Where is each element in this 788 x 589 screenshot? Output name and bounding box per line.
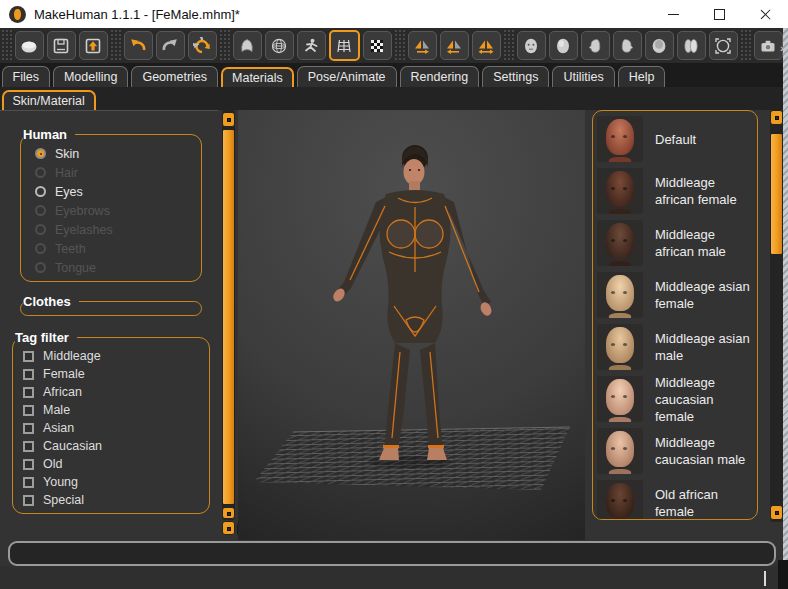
symmetry-left-icon <box>445 37 463 55</box>
tab-rendering[interactable]: Rendering <box>400 66 480 87</box>
checkbox-icon <box>23 351 34 362</box>
pose-button[interactable] <box>297 31 326 60</box>
left-view-button[interactable] <box>581 31 610 60</box>
clothes-group: Clothes <box>20 294 202 316</box>
redo-button[interactable] <box>156 31 185 60</box>
material-label: Middleage african male <box>655 226 753 260</box>
clothes-group-title: Clothes <box>23 294 79 309</box>
toolbar-separator <box>503 29 514 62</box>
materials-scrollbar-up-button[interactable] <box>770 110 783 125</box>
left-scrollbar-up-button[interactable] <box>222 112 235 127</box>
h-scrollbar-left-button[interactable] <box>222 521 235 535</box>
grab-screen-button[interactable] <box>754 31 783 60</box>
load-button[interactable] <box>79 31 108 60</box>
checkbox-middleage[interactable]: Middleage <box>19 347 203 365</box>
tab-help[interactable]: Help <box>618 66 666 87</box>
reset-camera-button[interactable] <box>709 31 738 60</box>
checkbox-icon <box>23 477 34 488</box>
material-item-middleage-african-female[interactable]: Middleage african female <box>597 165 753 217</box>
checkbox-asian[interactable]: Asian <box>19 419 203 437</box>
save-button[interactable] <box>47 31 76 60</box>
materials-scrollbar-down-button[interactable] <box>770 505 783 520</box>
back-view-button[interactable] <box>549 31 578 60</box>
tab-files[interactable]: Files <box>2 66 50 87</box>
viewport-3d[interactable] <box>238 110 585 540</box>
symmetry-left-button[interactable] <box>440 31 469 60</box>
material-item-middleage-caucasian-male[interactable]: Middleage caucasian male <box>597 425 753 477</box>
material-thumbnail <box>597 116 643 162</box>
face-thumbnail-icon <box>606 223 634 259</box>
close-button[interactable] <box>742 0 788 28</box>
checkbox-icon <box>23 459 34 470</box>
top-view-button[interactable] <box>645 31 674 60</box>
close-icon <box>760 9 771 20</box>
material-item-middleage-african-male[interactable]: Middleage african male <box>597 217 753 269</box>
new-mesh-button[interactable] <box>15 31 44 60</box>
bottom-right-corner <box>778 560 788 589</box>
radio-tongue: Tongue <box>27 258 195 277</box>
tab-settings[interactable]: Settings <box>482 66 549 87</box>
symmetry-right-button[interactable] <box>408 31 437 60</box>
background-button[interactable] <box>363 31 392 60</box>
tab-materials[interactable]: Materials <box>221 67 294 87</box>
radio-skin[interactable]: Skin <box>27 144 195 163</box>
toolbar-separator <box>740 29 751 62</box>
checkbox-female[interactable]: Female <box>19 365 203 383</box>
checkbox-label: Asian <box>43 421 74 435</box>
material-thumbnail <box>597 324 643 370</box>
minimize-button[interactable] <box>650 0 696 28</box>
checkbox-icon <box>23 405 34 416</box>
grab-screen-icon <box>759 37 777 55</box>
material-item-middleage-asian-female[interactable]: Middleage asian female <box>597 269 753 321</box>
material-item-default[interactable]: Default <box>597 113 753 165</box>
checkbox-label: Young <box>43 475 78 489</box>
checkbox-icon <box>23 441 34 452</box>
tab-modelling[interactable]: Modelling <box>53 66 129 87</box>
symmetry-button[interactable] <box>472 31 501 60</box>
checkbox-male[interactable]: Male <box>19 401 203 419</box>
checkbox-young[interactable]: Young <box>19 473 203 491</box>
maximize-button[interactable] <box>696 0 742 28</box>
tab-utilities[interactable]: Utilities <box>552 66 614 87</box>
front-view-button[interactable] <box>517 31 546 60</box>
materials-list: Default Middleage african female Middlea… <box>592 110 758 520</box>
reset-camera-icon <box>714 37 732 55</box>
human-group-title: Human <box>23 127 75 142</box>
smooth-shading-button[interactable] <box>233 31 262 60</box>
tab-pose-animate[interactable]: Pose/Animate <box>297 66 397 87</box>
top-view-icon <box>650 37 668 55</box>
left-scrollbar-down-button[interactable] <box>222 507 235 519</box>
wireframe-button[interactable] <box>265 31 294 60</box>
checkbox-old[interactable]: Old <box>19 455 203 473</box>
material-item-old-african-female[interactable]: Old african female <box>597 477 753 520</box>
face-thumbnail-icon <box>606 171 634 207</box>
checkbox-label: Old <box>43 457 62 471</box>
material-item-middleage-caucasian-female[interactable]: Middleage caucasian female <box>597 373 753 425</box>
symmetry-right-icon <box>413 37 431 55</box>
toolbar-separator <box>1 29 12 62</box>
checkbox-label: Caucasian <box>43 439 102 453</box>
minimize-icon <box>668 14 679 15</box>
checkbox-special[interactable]: Special <box>19 491 203 509</box>
checkbox-caucasian[interactable]: Caucasian <box>19 437 203 455</box>
left-view-icon <box>586 37 604 55</box>
tab-skin-material[interactable]: Skin/Material <box>2 90 96 110</box>
side-view-button[interactable] <box>677 31 706 60</box>
material-item-middleage-asian-male[interactable]: Middleage asian male <box>597 321 753 373</box>
right-view-icon <box>618 37 636 55</box>
right-view-button[interactable] <box>613 31 642 60</box>
radio-eyes[interactable]: Eyes <box>27 182 195 201</box>
reset-mesh-button[interactable] <box>188 31 217 60</box>
radio-label: Eyebrows <box>55 204 110 218</box>
undo-button[interactable] <box>124 31 153 60</box>
app-logo-icon <box>9 6 26 23</box>
materials-scrollbar-thumb[interactable] <box>770 133 783 255</box>
face-thumbnail-icon <box>606 431 634 467</box>
checkbox-label: Male <box>43 403 70 417</box>
checkbox-african[interactable]: African <box>19 383 203 401</box>
toolbar: » <box>0 28 788 63</box>
left-scrollbar-thumb[interactable] <box>222 129 235 505</box>
material-label: Old african female <box>655 486 753 520</box>
tab-geometries[interactable]: Geometries <box>131 66 218 87</box>
grid-button[interactable] <box>329 30 360 61</box>
